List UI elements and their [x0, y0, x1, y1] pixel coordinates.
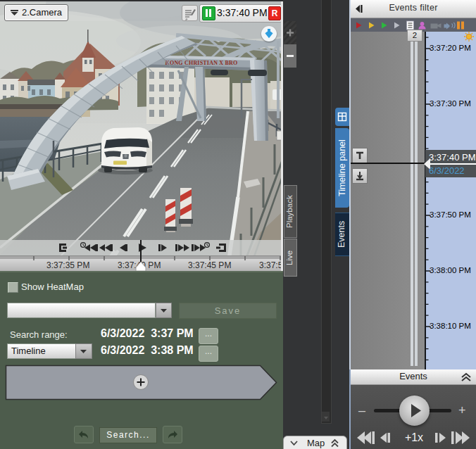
svg-text:+1x: +1x: [405, 431, 423, 443]
svg-text:KONG CHRISTIAN X BRO: KONG CHRISTIAN X BRO: [165, 60, 238, 66]
